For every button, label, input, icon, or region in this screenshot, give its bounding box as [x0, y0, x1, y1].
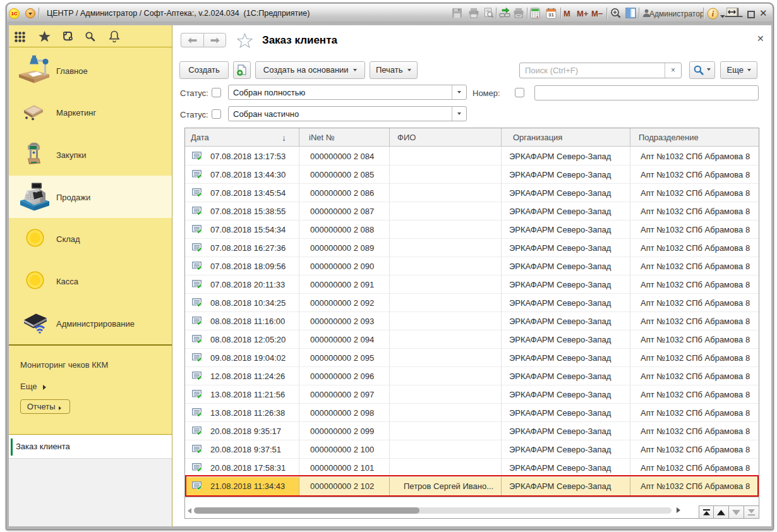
- svg-text:31: 31: [548, 12, 554, 18]
